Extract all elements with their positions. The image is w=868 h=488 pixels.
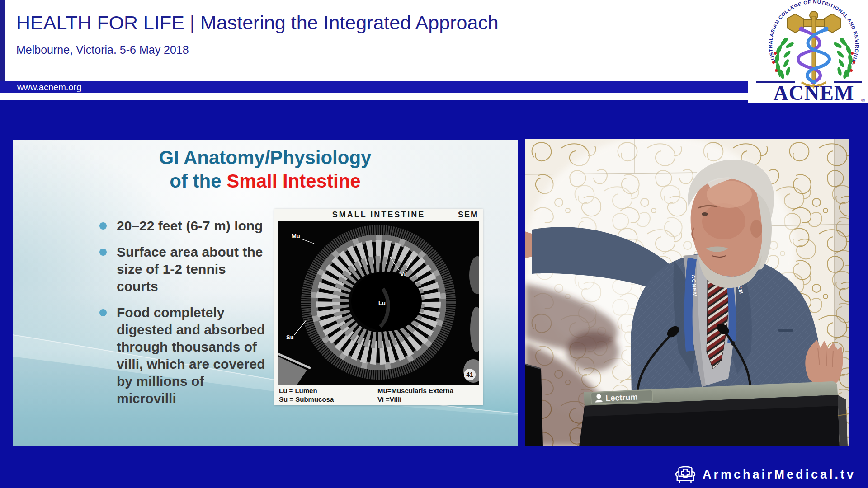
- speaker-video-panel: ACNEM ACNEM: [525, 139, 849, 446]
- acnem-logo: AUSTRALASIAN COLLEGE OF NUTRITIONAL AND …: [748, 0, 868, 103]
- header-divider: [0, 93, 868, 100]
- bullet-icon: [99, 222, 107, 230]
- sem-label-mu: Mu: [292, 233, 300, 239]
- website-url: www.acnem.org: [17, 81, 81, 93]
- figure-number: 41: [466, 371, 473, 378]
- bullet-item: 20–22 feet (6-7 m) long: [99, 217, 267, 235]
- legend-entry: Su = Submucosa: [279, 395, 334, 404]
- page-title: HEALTH FOR LIFE | Mastering the Integrat…: [16, 12, 499, 34]
- legend-entry: Mu=Muscularis Externa: [377, 386, 453, 395]
- sem-figure-title: SMALL INTESTINE: [274, 210, 483, 220]
- armchair-icon: [675, 464, 696, 485]
- bullet-text: 20–22 feet (6-7 m) long: [117, 218, 263, 233]
- slide-title: GI Anatomy/Physiology of the Small Intes…: [13, 146, 518, 193]
- brand-text: ArmchairMedical.tv: [703, 468, 856, 482]
- bullet-item: Food completely digested and absorbed th…: [99, 304, 267, 407]
- slide-title-line2-prefix: of the: [170, 170, 226, 192]
- bullet-icon: [99, 309, 107, 316]
- armchair-medical-brand: ArmchairMedical.tv: [675, 464, 856, 485]
- slide-title-line2: of the Small Intestine: [13, 169, 518, 193]
- event-location-date: Melbourne, Victoria. 5-6 May 2018: [16, 43, 189, 56]
- logo-registered-mark: ®: [861, 98, 865, 103]
- sem-legend-left: Lu = Lumen Su = Submucosa: [279, 386, 334, 404]
- bullet-text: Surface area about the size of 1-2 tenni…: [117, 244, 263, 294]
- logo-laurel-right: [833, 37, 855, 80]
- sem-label-vi: Vi: [400, 271, 406, 277]
- slide-title-line2-highlight: Small Intestine: [226, 170, 360, 192]
- slide-bullet-list: 20–22 feet (6-7 m) long Surface area abo…: [99, 217, 267, 416]
- podium-brand-plate: Lectrum: [591, 390, 653, 404]
- podium: Lectrum: [579, 381, 848, 446]
- slide-title-line1: GI Anatomy/Physiology: [13, 146, 518, 169]
- legend-entry: Vi =Villi: [377, 395, 453, 404]
- logo-laurel-left: [772, 37, 795, 80]
- acnem-logo-graphic: AUSTRALASIAN COLLEGE OF NUTRITIONAL AND …: [748, 0, 868, 103]
- sem-legend-right: Mu=Muscularis Externa Vi =Villi: [377, 386, 453, 404]
- header-edge-stripe: [0, 0, 5, 81]
- sem-label-lu: Lu: [378, 300, 386, 306]
- sem-figure: SMALL INTESTINE SEM: [274, 209, 483, 405]
- sem-figure-header: SMALL INTESTINE SEM: [274, 210, 483, 221]
- legend-entry: Lu = Lumen: [279, 386, 334, 395]
- url-bar: www.acnem.org: [0, 81, 868, 93]
- presentation-slide: GI Anatomy/Physiology of the Small Intes…: [13, 140, 518, 446]
- podium-brand: Lectrum: [605, 393, 638, 403]
- header: HEALTH FOR LIFE | Mastering the Integrat…: [0, 0, 868, 81]
- sem-photo: Mu Vi Lu Su 41: [278, 221, 479, 385]
- sem-figure-tag: SEM: [458, 210, 478, 220]
- bullet-icon: [99, 249, 107, 256]
- sem-photo-graphic: Mu Vi Lu Su 41: [278, 221, 479, 385]
- bullet-text: Food completely digested and absorbed th…: [117, 305, 265, 406]
- speaker-scene: ACNEM ACNEM: [525, 139, 849, 446]
- logo-wordmark: ACNEM: [774, 81, 854, 103]
- bullet-item: Surface area about the size of 1-2 tenni…: [99, 244, 267, 295]
- sem-label-su: Su: [286, 334, 294, 341]
- monitor-back: [525, 364, 543, 446]
